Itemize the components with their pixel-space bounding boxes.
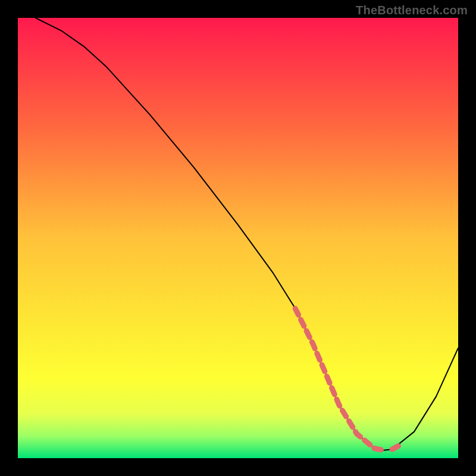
watermark-text: TheBottleneck.com: [356, 4, 468, 17]
plot-frame: [18, 18, 458, 458]
chart-background: [18, 18, 458, 458]
chart-svg: [18, 18, 458, 458]
highlight-segment: [392, 446, 399, 449]
